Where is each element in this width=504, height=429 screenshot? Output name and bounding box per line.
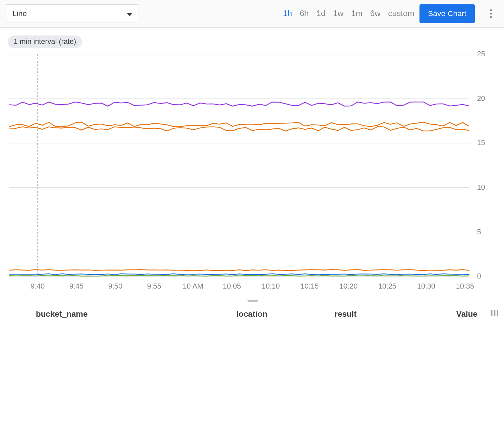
- interval-badge: 1 min interval (rate): [8, 36, 82, 48]
- range-custom[interactable]: custom: [388, 9, 414, 18]
- series-line: [9, 127, 469, 131]
- svg-text:9:40: 9:40: [30, 282, 45, 290]
- range-1m[interactable]: 1m: [351, 9, 363, 18]
- series-line: [9, 274, 469, 275]
- more-menu-icon[interactable]: [484, 7, 498, 20]
- svg-text:9:55: 9:55: [147, 282, 161, 290]
- chart-type-value: Line: [12, 9, 27, 18]
- legend-table: bucket_name location result Value wst-tl…: [0, 302, 504, 324]
- time-range-picker: 1h6h1d1w1m6wcustom: [283, 9, 415, 18]
- svg-text:10:30: 10:30: [417, 282, 435, 290]
- chart-area: 1 min interval (rate) 05101520259:409:45…: [0, 28, 504, 302]
- svg-text:0: 0: [477, 272, 481, 280]
- range-6h[interactable]: 6h: [300, 9, 309, 18]
- svg-rect-30: [497, 310, 498, 316]
- range-1h[interactable]: 1h: [283, 9, 292, 18]
- svg-text:10:15: 10:15: [301, 282, 319, 290]
- series-line: [9, 102, 469, 106]
- series-line: [9, 275, 469, 276]
- svg-rect-28: [491, 310, 492, 316]
- svg-point-2: [490, 16, 492, 18]
- chart-type-select[interactable]: Line: [6, 4, 138, 23]
- range-1w[interactable]: 1w: [333, 9, 343, 18]
- range-6w[interactable]: 6w: [370, 9, 380, 18]
- range-1d[interactable]: 1d: [316, 9, 325, 18]
- col-value[interactable]: Value: [432, 309, 485, 319]
- svg-rect-29: [494, 310, 495, 316]
- col-result[interactable]: result: [329, 309, 432, 319]
- svg-text:5: 5: [477, 228, 481, 236]
- svg-text:10: 10: [477, 183, 485, 191]
- caret-down-icon: [127, 9, 133, 18]
- table-header-row: bucket_name location result Value: [0, 302, 504, 324]
- svg-text:10:05: 10:05: [223, 282, 241, 290]
- columns-icon[interactable]: [485, 309, 504, 319]
- svg-point-0: [490, 9, 492, 11]
- svg-text:15: 15: [477, 138, 485, 147]
- svg-text:9:45: 9:45: [69, 282, 83, 290]
- svg-point-1: [490, 13, 492, 15]
- svg-text:10:25: 10:25: [378, 282, 396, 290]
- series-line: [9, 122, 469, 127]
- svg-text:25: 25: [477, 50, 485, 58]
- svg-text:20: 20: [477, 94, 485, 103]
- svg-text:10:10: 10:10: [262, 282, 280, 290]
- svg-text:10 AM: 10 AM: [183, 282, 203, 290]
- col-bucket-name[interactable]: bucket_name: [31, 309, 231, 319]
- line-chart[interactable]: 05101520259:409:459:509:5510 AM10:0510:1…: [8, 50, 498, 298]
- svg-text:10:35: 10:35: [456, 282, 474, 290]
- svg-text:10:20: 10:20: [339, 282, 358, 290]
- series-line: [9, 269, 469, 270]
- col-location[interactable]: location: [231, 309, 329, 319]
- save-chart-button[interactable]: Save Chart: [420, 4, 475, 23]
- svg-text:9:50: 9:50: [108, 282, 122, 290]
- chart-toolbar: Line 1h6h1d1w1m6wcustom Save Chart: [0, 0, 504, 28]
